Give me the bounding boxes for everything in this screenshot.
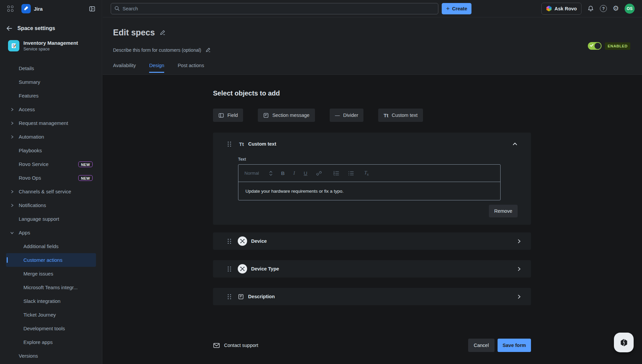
- sidebar-item-label: Channels & self service: [19, 189, 71, 194]
- contact-support-link[interactable]: Contact support: [213, 343, 258, 348]
- text-style-dropdown[interactable]: Normal: [244, 171, 273, 176]
- drag-handle-icon[interactable]: [228, 142, 231, 147]
- sidebar-item-rovo-ops[interactable]: Rovo Ops NEW: [6, 171, 96, 185]
- sidebar-collapse-icon[interactable]: [89, 6, 95, 12]
- sidebar-item-channels-self-service[interactable]: Channels & self service: [6, 185, 96, 198]
- sidebar-item-features[interactable]: Features: [6, 89, 96, 103]
- chevron-right-icon: [10, 121, 14, 125]
- save-form-button[interactable]: Save form: [498, 339, 531, 352]
- form-item-device-type[interactable]: Device Type: [213, 260, 531, 278]
- create-label: Create: [452, 6, 467, 11]
- divider-icon: —: [335, 113, 340, 118]
- sidebar-item-label: Slack integration: [23, 298, 61, 304]
- drag-handle-icon[interactable]: [228, 294, 231, 299]
- form-item-device[interactable]: Device: [213, 232, 531, 250]
- sidebar-item-slack-integration[interactable]: Slack integration: [6, 294, 96, 308]
- ask-rovo-button[interactable]: Ask Rovo: [541, 3, 581, 15]
- app-switcher-icon[interactable]: [7, 6, 13, 12]
- main-region: + Create Ask Rovo ? ⚙ OS: [103, 0, 642, 364]
- underline-button[interactable]: U: [304, 170, 307, 176]
- bullet-list-icon[interactable]: [348, 171, 354, 176]
- project-row[interactable]: Inventory Management Service space: [6, 40, 96, 51]
- back-arrow-icon[interactable]: [6, 25, 13, 31]
- tab-design[interactable]: Design: [149, 63, 164, 73]
- sidebar-item-automation[interactable]: Automation: [6, 130, 96, 144]
- create-button[interactable]: + Create: [442, 3, 471, 14]
- sidebar-item-details[interactable]: Details: [6, 61, 96, 75]
- notifications-bell-icon[interactable]: [587, 5, 594, 12]
- sidebar-item-language-support[interactable]: Language support: [6, 212, 96, 226]
- drag-handle-icon[interactable]: [228, 239, 231, 244]
- jira-logo[interactable]: [21, 4, 31, 13]
- tab-post-actions[interactable]: Post actions: [178, 63, 204, 73]
- object-buttons: Field Section message — Divider Tt Custo…: [213, 109, 531, 122]
- space-settings-back[interactable]: Space settings: [6, 23, 96, 33]
- expand-chevron-right-icon[interactable]: [517, 239, 522, 244]
- edit-description-icon[interactable]: [205, 47, 211, 53]
- tab-availability[interactable]: Availability: [113, 63, 136, 73]
- sidebar-item-versions[interactable]: Versions: [6, 349, 96, 363]
- sidebar-item-label: Development tools: [23, 326, 65, 331]
- settings-gear-icon[interactable]: ⚙: [613, 5, 619, 12]
- editor-text: Update your hardware requirements or fix…: [245, 189, 343, 194]
- sidebar-item-request-management[interactable]: Request management: [6, 116, 96, 130]
- add-divider-button[interactable]: — Divider: [330, 109, 364, 122]
- add-field-label: Field: [227, 113, 238, 118]
- add-field-button[interactable]: Field: [213, 109, 243, 122]
- top-bar: + Create Ask Rovo ? ⚙ OS: [103, 0, 642, 17]
- expand-chevron-right-icon[interactable]: [517, 266, 522, 271]
- link-icon[interactable]: [316, 170, 322, 176]
- cancel-button[interactable]: Cancel: [468, 339, 495, 352]
- bold-button[interactable]: B: [281, 170, 285, 176]
- sidebar-item-notifications[interactable]: Notifications: [6, 198, 96, 212]
- sidebar-item-microsoft-teams[interactable]: Microsoft Teams integr...: [6, 281, 96, 294]
- clear-formatting-icon[interactable]: Tx: [364, 170, 368, 176]
- chevron-down-icon: [10, 231, 14, 235]
- ordered-list-icon[interactable]: [333, 171, 339, 176]
- search-input[interactable]: [123, 6, 435, 11]
- collapse-chevron-up-icon[interactable]: [512, 141, 518, 147]
- italic-button[interactable]: I: [293, 170, 295, 176]
- form-item-description[interactable]: Description: [213, 288, 531, 305]
- enabled-toggle[interactable]: [588, 42, 602, 50]
- sidebar-item-merge-issues[interactable]: Merge issues: [6, 267, 96, 281]
- custom-text-type-icon: Tt: [239, 141, 244, 147]
- tab-bar: Availability Design Post actions: [113, 63, 204, 73]
- expand-chevron-right-icon[interactable]: [517, 294, 522, 299]
- atlassian-widget-button[interactable]: [614, 333, 634, 352]
- search-box[interactable]: [111, 3, 438, 14]
- editor-toolbar: Normal B I U: [238, 165, 500, 182]
- sidebar-item-label: Notifications: [19, 202, 46, 208]
- sidebar-item-summary[interactable]: Summary: [6, 75, 96, 89]
- ask-rovo-label: Ask Rovo: [554, 6, 577, 11]
- editor-content[interactable]: Update your hardware requirements or fix…: [238, 182, 500, 200]
- sidebar-topbar: Jira: [0, 0, 102, 17]
- project-type: Service space: [23, 47, 78, 51]
- add-custom-text-button[interactable]: Tt Custom text: [378, 109, 423, 122]
- project-name: Inventory Management: [23, 40, 78, 46]
- help-icon[interactable]: ?: [600, 5, 607, 12]
- add-section-message-button[interactable]: Section message: [258, 109, 315, 122]
- sidebar-item-rovo-service[interactable]: Rovo Service NEW: [6, 157, 96, 171]
- sidebar-item-label: Ticket Journey: [23, 312, 56, 318]
- sidebar-item-additional-fields[interactable]: Additional fields: [6, 239, 96, 253]
- remove-button[interactable]: Remove: [489, 205, 518, 217]
- sidebar-item-apps[interactable]: Apps: [6, 226, 96, 239]
- enabled-toggle-row: ENABLED: [588, 42, 630, 50]
- sidebar-item-playbooks[interactable]: Playbooks: [6, 144, 96, 157]
- sidebar-item-explore-apps[interactable]: Explore apps: [6, 335, 96, 349]
- section-message-icon: [263, 113, 269, 118]
- rich-text-editor[interactable]: Normal B I U: [238, 164, 501, 200]
- sidebar-item-access[interactable]: Access: [6, 103, 96, 116]
- sidebar-item-ticket-journey[interactable]: Ticket Journey: [6, 308, 96, 322]
- card-title: Custom text: [248, 141, 276, 147]
- new-badge: NEW: [78, 175, 93, 181]
- drag-handle-icon[interactable]: [228, 266, 231, 271]
- text-style-value: Normal: [244, 171, 259, 176]
- question-glyph: ?: [602, 6, 605, 11]
- sidebar-item-development-tools[interactable]: Development tools: [6, 322, 96, 335]
- sidebar-item-customer-actions[interactable]: Customer actions: [6, 253, 96, 267]
- user-avatar[interactable]: OS: [625, 4, 635, 14]
- edit-title-icon[interactable]: [159, 29, 166, 36]
- form-description-field[interactable]: Describe this form for customers (option…: [113, 47, 630, 53]
